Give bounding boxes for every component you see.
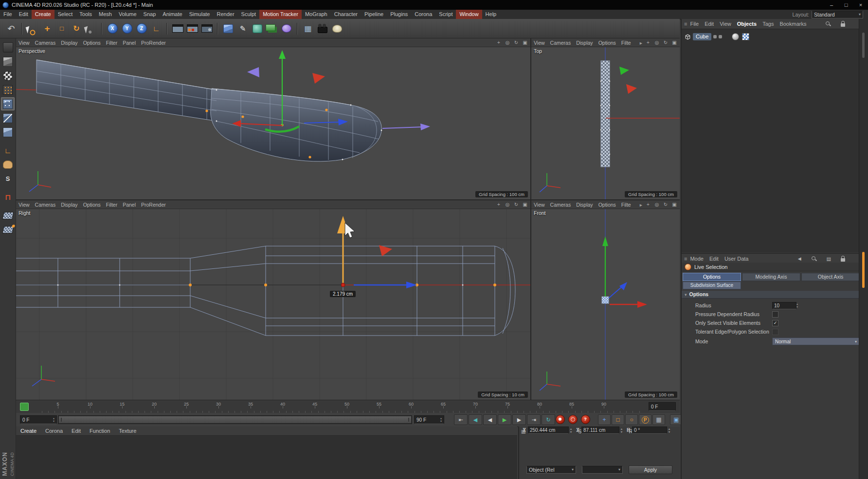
palette-button[interactable] — [1, 209, 15, 222]
record-button[interactable]: ? — [580, 414, 591, 424]
transport-button[interactable]: ⇤ — [454, 414, 468, 425]
search-icon[interactable] — [811, 256, 817, 262]
tolerant-checkbox[interactable] — [772, 329, 778, 335]
toolbar-button[interactable]: ∟ — [149, 21, 163, 36]
viewport-menu-item[interactable]: Options — [83, 40, 101, 46]
palette-button[interactable] — [1, 125, 15, 139]
menu-item[interactable]: Sculpt — [238, 10, 260, 19]
menu-item[interactable]: Simulate — [186, 10, 214, 19]
pan-view-icon[interactable]: + — [496, 40, 502, 45]
menu-item[interactable]: Edit — [16, 10, 32, 19]
rotate-view-icon[interactable]: ↻ — [513, 202, 519, 207]
toolbar-button[interactable] — [265, 21, 279, 36]
range-start-field[interactable]: 0 F ▴▾ — [20, 415, 57, 424]
menu-overflow-icon[interactable]: ▸ — [640, 40, 642, 46]
toolbar-button[interactable] — [170, 21, 185, 36]
toolbar-button[interactable] — [315, 21, 330, 36]
object-manager-tab[interactable]: Tags — [762, 21, 774, 27]
viewport-menu-item[interactable]: View — [18, 40, 30, 46]
toolbar-button[interactable]: ↶ — [4, 21, 18, 36]
viewport-menu-item[interactable]: Filter — [106, 202, 117, 208]
palette-button[interactable] — [1, 83, 15, 96]
close-button[interactable]: × — [853, 0, 868, 10]
toolbar-button[interactable]: X — [105, 21, 120, 36]
material-menu-item[interactable]: Texture — [114, 428, 141, 434]
toolbar-button[interactable]: ▦ — [301, 21, 315, 36]
attribute-section-tab[interactable]: Modeling Axis — [742, 273, 800, 281]
toolbar-button[interactable] — [221, 21, 235, 36]
visible-elements-checkbox[interactable]: ✓ — [772, 320, 778, 326]
key-toggle-button[interactable]: ○ — [625, 414, 638, 425]
timeline-range-slider[interactable] — [58, 415, 412, 424]
viewport-menu-item[interactable]: View — [534, 40, 545, 46]
viewport-title[interactable]: Right — [18, 210, 31, 216]
viewport-menu-item[interactable]: Panel — [123, 40, 136, 46]
palette-button[interactable]: ∟ — [1, 144, 15, 157]
palette-button[interactable]: ⊓ — [1, 191, 15, 204]
viewport-menu-item[interactable]: Cameras — [550, 40, 571, 46]
toolbar-button[interactable] — [84, 21, 98, 36]
viewport-menu-item[interactable]: Filte — [621, 40, 631, 46]
menu-item[interactable]: Tools — [76, 10, 95, 19]
toolbar-button[interactable] — [199, 21, 214, 36]
object-manager-tab[interactable]: Edit — [705, 21, 714, 27]
palette-button[interactable] — [1, 55, 15, 68]
transport-button[interactable]: ▶ — [498, 414, 511, 425]
minimize-button[interactable]: – — [824, 0, 839, 10]
pressure-checkbox[interactable] — [772, 311, 778, 318]
viewport-menu-item[interactable]: Display — [61, 202, 77, 208]
toolbar-button[interactable]: □ — [54, 21, 69, 36]
material-menu-item[interactable]: Create — [16, 428, 41, 434]
range-slider-handle[interactable] — [59, 416, 411, 423]
palette-button[interactable] — [1, 223, 15, 236]
timeline-playhead[interactable] — [20, 403, 29, 411]
material-menu-item[interactable]: Function — [85, 428, 114, 434]
viewport-canvas[interactable]: Top Grid Spacing : 100 cm — [531, 47, 680, 199]
viewport-menu-item[interactable]: ProRender — [141, 40, 166, 46]
stepper-icon[interactable]: ▴▾ — [796, 302, 800, 308]
palette-button[interactable]: S — [1, 172, 15, 185]
right-canvas[interactable] — [16, 209, 530, 400]
menu-item[interactable]: Pipeline — [361, 10, 387, 19]
viewport-menu-item[interactable]: View — [18, 202, 30, 208]
palette-button[interactable] — [1, 111, 15, 124]
size-value-field[interactable]: 87.111 cm — [581, 426, 619, 434]
key-toggle-button[interactable]: + — [598, 414, 611, 425]
apply-button[interactable]: Apply — [629, 465, 672, 474]
lock-icon[interactable] — [841, 258, 845, 262]
zoom-view-icon[interactable]: ◎ — [505, 202, 510, 207]
collapse-icon[interactable]: ▾ — [685, 292, 687, 297]
top-canvas[interactable] — [531, 47, 680, 199]
viewport-canvas[interactable]: Right 2.179 cm Grid Spacing : 10 cm — [16, 209, 530, 400]
uvw-tag-icon[interactable] — [742, 33, 749, 40]
viewport-menu-item[interactable]: Filter — [106, 40, 117, 46]
transport-button[interactable]: ◀ — [483, 414, 497, 425]
toolbar-button[interactable] — [279, 21, 294, 36]
pan-view-icon[interactable]: + — [645, 202, 651, 207]
menu-item[interactable]: Plugins — [387, 10, 411, 19]
pan-view-icon[interactable]: + — [645, 40, 651, 45]
position-value-field[interactable]: 250.444 cm — [528, 426, 569, 434]
filter-icon[interactable]: ▤ — [827, 256, 831, 262]
object-manager-tab[interactable]: File — [690, 21, 699, 27]
viewport-menu-item[interactable]: Options — [598, 40, 616, 46]
palette-button[interactable] — [1, 69, 15, 82]
front-canvas[interactable] — [531, 209, 680, 400]
active-panel-indicator[interactable] — [862, 252, 865, 288]
object-row[interactable]: Cube — [685, 32, 749, 41]
maximize-view-icon[interactable]: ▣ — [671, 202, 677, 207]
zoom-view-icon[interactable]: ◎ — [654, 202, 660, 207]
options-section-header[interactable]: ▾Options — [682, 291, 859, 299]
menu-item[interactable]: Snap — [140, 10, 160, 19]
toolbar-button[interactable]: Z — [134, 21, 149, 36]
object-manager-tab[interactable]: Objects — [737, 21, 757, 27]
menu-item[interactable]: Corona — [411, 10, 435, 19]
mode-dropdown[interactable]: Normal ▾ — [772, 337, 860, 345]
attribute-section-tab[interactable]: Options — [683, 273, 741, 281]
toolbar-button[interactable] — [250, 21, 265, 36]
stepper-icon[interactable]: ▴▾ — [440, 417, 442, 423]
zoom-view-icon[interactable]: ◎ — [654, 40, 660, 45]
timeline-ruler[interactable]: 51015202530354045505560657075808590 0 F — [16, 400, 680, 414]
viewport-menu-item[interactable]: Cameras — [550, 202, 571, 208]
attribute-section-tab[interactable]: Object Axis — [801, 273, 860, 281]
